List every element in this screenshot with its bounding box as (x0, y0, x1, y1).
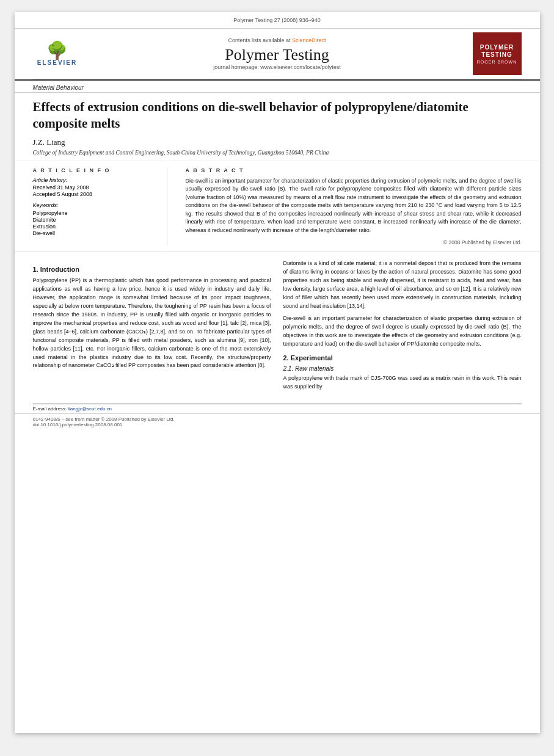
contents-label: Contents lists available at (228, 37, 292, 43)
issn-line: 0142-9418/$ – see front matter © 2008 Pu… (33, 416, 522, 422)
copyright-line: © 2008 Published by Elsevier Ltd. (186, 239, 522, 245)
article-info-panel: A R T I C L E I N F O Article history: R… (33, 167, 167, 246)
abstract-panel: A B S T R A C T Die-swell is an importan… (180, 167, 522, 246)
raw-materials-paragraph: A polypropylene with trade mark of CJS-7… (283, 374, 522, 391)
diatomite-paragraph: Diatomite is a kind of silicate material… (283, 260, 522, 311)
elsevier-wordmark: ELSEVIER (37, 59, 77, 66)
experimental-heading: 2. Experimental (283, 354, 522, 362)
main-content: 1. Introduction Polypropylene (PP) is a … (15, 252, 540, 401)
raw-materials-heading: 2.1. Raw materials (283, 365, 522, 372)
received-date: Received 31 May 2008 (33, 184, 158, 191)
journal-title-area: Contents lists available at ScienceDirec… (82, 37, 473, 70)
article-title: Effects of extrusion conditions on die-s… (33, 99, 522, 133)
email-value: liangjz@scut.edu.cn (68, 406, 112, 412)
info-abstract-section: A R T I C L E I N F O Article history: R… (15, 161, 540, 253)
journal-title: Polymer Testing (82, 46, 473, 64)
doi-line: doi:10.1016/j.polymertesting.2008.08.001 (33, 422, 522, 427)
badge-title: POLYMER TESTING (480, 44, 514, 59)
page: Polymer Testing 27 (2008) 936–940 🌳 ELSE… (15, 12, 540, 733)
keyword-4: Die-swell (33, 230, 158, 236)
keyword-1: Polypropylene (33, 210, 158, 216)
left-column: 1. Introduction Polypropylene (PP) is a … (33, 260, 271, 395)
header-middle: 🌳 ELSEVIER Contents lists available at S… (15, 29, 540, 79)
article-title-area: Effects of extrusion conditions on die-s… (15, 93, 540, 161)
article-info-heading: A R T I C L E I N F O (33, 167, 158, 173)
right-column: Diatomite is a kind of silicate material… (283, 260, 522, 395)
dieswell-paragraph: Die-swell is an important parameter for … (283, 314, 522, 349)
section-label: Material Behaviour (15, 79, 540, 93)
elsevier-tree-icon: 🌳 (46, 42, 68, 59)
abstract-text: Die-swell is an important parameter for … (186, 177, 522, 235)
abstract-heading: A B S T R A C T (186, 167, 522, 173)
contents-available: Contents lists available at ScienceDirec… (82, 37, 473, 43)
keyword-3: Extrusion (33, 224, 158, 230)
polymer-testing-badge: POLYMER TESTING ROGER BROWN (473, 32, 522, 75)
history-label: Article history: (33, 177, 158, 183)
accepted-date: Accepted 5 August 2008 (33, 191, 158, 197)
author-name: J.Z. Liang (33, 137, 522, 147)
keywords-label: Keywords: (33, 202, 158, 208)
email-label: E-mail address: (33, 406, 67, 412)
introduction-paragraph: Polypropylene (PP) is a thermoplastic wh… (33, 277, 271, 370)
elsevier-logo: 🌳 ELSEVIER (33, 37, 82, 71)
badge-author: ROGER BROWN (477, 60, 517, 64)
introduction-heading: 1. Introduction (33, 266, 271, 273)
author-affiliation: College of Industry Equipment and Contro… (33, 150, 522, 156)
journal-header: Polymer Testing 27 (2008) 936–940 (15, 12, 540, 29)
journal-homepage: journal homepage: www.elsevier.com/locat… (82, 64, 473, 70)
keyword-2: Diatomite (33, 217, 158, 223)
sciencedirect-link: ScienceDirect (292, 37, 326, 43)
page-footer: 0142-9418/$ – see front matter © 2008 Pu… (15, 413, 540, 430)
journal-info-top: Polymer Testing 27 (2008) 936–940 (27, 17, 528, 23)
footnote-email: E-mail address: liangjz@scut.edu.cn (15, 404, 540, 413)
journal-citation: Polymer Testing 27 (2008) 936–940 (233, 17, 320, 23)
